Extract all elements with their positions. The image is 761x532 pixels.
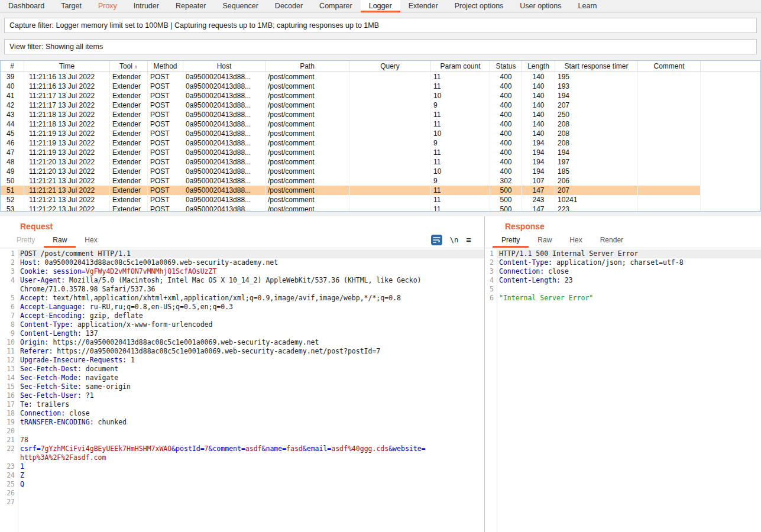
line-number: 23: [0, 462, 18, 471]
request-editor[interactable]: 1POST /post/comment HTTP/1.12Host: 0a950…: [0, 249, 484, 532]
cell-tool: Extender: [110, 176, 148, 186]
menu-tab-sequencer[interactable]: Sequencer: [214, 0, 266, 12]
cell-filler: [701, 138, 760, 148]
cell-num: 47: [1, 148, 24, 157]
cell-time: 11:21:17 13 Jul 2022: [24, 100, 110, 110]
cell-length: 107: [522, 176, 555, 186]
editor-line: 13Sec-Fetch-Dest: document: [0, 365, 484, 374]
menu-tab-logger[interactable]: Logger: [361, 0, 400, 12]
table-row[interactable]: 4611:21:19 13 Jul 2022ExtenderPOST0a9500…: [1, 138, 760, 148]
response-tab-render[interactable]: Render: [591, 234, 632, 248]
line-text: Z: [18, 471, 24, 480]
cell-filler: [701, 167, 760, 176]
response-tab-pretty[interactable]: Pretty: [493, 234, 529, 248]
table-row[interactable]: 4111:21:17 13 Jul 2022ExtenderPOST0a9500…: [1, 91, 760, 100]
column-header-host[interactable]: Host: [183, 61, 265, 72]
cell-status: 500: [490, 195, 522, 205]
line-number: [0, 285, 18, 294]
wrap-toggle-icon[interactable]: [431, 235, 442, 245]
table-row[interactable]: 4511:21:19 13 Jul 2022ExtenderPOST0a9500…: [1, 129, 760, 138]
column-header-method[interactable]: Method: [148, 61, 183, 72]
table-row[interactable]: 5211:21:21 13 Jul 2022ExtenderPOST0a9500…: [1, 195, 760, 205]
request-tab-pretty[interactable]: Pretty: [8, 234, 44, 248]
column-header-timer[interactable]: Start response timer: [555, 61, 638, 72]
cell-tool: Extender: [110, 167, 148, 176]
cell-host: 0a9500020413d88...: [183, 167, 265, 176]
table-row[interactable]: 3911:21:16 13 Jul 2022ExtenderPOST0a9500…: [1, 72, 760, 82]
menu-tab-project-options[interactable]: Project options: [446, 0, 512, 12]
table-row[interactable]: 4711:21:19 13 Jul 2022ExtenderPOST0a9500…: [1, 148, 760, 157]
response-tab-list: PrettyRawHexRender: [493, 234, 632, 248]
request-tab-hex[interactable]: Hex: [76, 234, 106, 248]
menu-tab-target[interactable]: Target: [53, 0, 90, 12]
table-row[interactable]: 5311:21:22 13 Jul 2022ExtenderPOST0a9500…: [1, 205, 760, 211]
column-header-length[interactable]: Length: [522, 61, 555, 72]
newline-chars-icon[interactable]: \n: [450, 236, 458, 244]
response-tab-raw[interactable]: Raw: [529, 234, 561, 248]
cell-status: 400: [490, 129, 522, 138]
response-editor[interactable]: 1HTTP/1.1 500 Internal Server Error2Cont…: [485, 249, 761, 532]
table-row[interactable]: 4211:21:17 13 Jul 2022ExtenderPOST0a9500…: [1, 100, 760, 110]
cell-comment: [638, 110, 701, 119]
column-header-path[interactable]: Path: [265, 61, 349, 72]
cell-method: POST: [148, 110, 183, 119]
table-row[interactable]: 5011:21:21 13 Jul 2022ExtenderPOST0a9500…: [1, 176, 760, 186]
column-header-query[interactable]: Query: [349, 61, 431, 72]
cell-timer: 206: [555, 176, 638, 186]
menu-tab-repeater[interactable]: Repeater: [167, 0, 214, 12]
cell-num: 53: [1, 205, 24, 211]
cell-comment: [638, 205, 701, 211]
cell-timer: 10241: [555, 195, 638, 205]
table-row[interactable]: 4411:21:18 13 Jul 2022ExtenderPOST0a9500…: [1, 119, 760, 129]
cell-length: 147: [522, 186, 555, 195]
cell-length: 140: [522, 129, 555, 138]
request-tab-raw[interactable]: Raw: [44, 234, 76, 248]
editor-line: 15Sec-Fetch-Site: same-origin: [0, 382, 484, 391]
menu-tab-comparer[interactable]: Comparer: [311, 0, 361, 12]
editor-line: 22csrf=7gYzhMCiFvi4gBEyUEEk7HmHSHM7xWAO&…: [0, 445, 484, 453]
cell-status: 400: [490, 119, 522, 129]
table-row[interactable]: 4011:21:16 13 Jul 2022ExtenderPOST0a9500…: [1, 82, 760, 91]
column-header-num[interactable]: #: [1, 61, 24, 72]
column-header-status[interactable]: Status: [490, 61, 522, 72]
cell-path: /post/comment: [265, 176, 349, 186]
menu-tab-intruder[interactable]: Intruder: [125, 0, 167, 12]
response-tab-hex[interactable]: Hex: [561, 234, 591, 248]
cell-query: [349, 91, 431, 100]
column-header-comment[interactable]: Comment: [638, 61, 701, 72]
cell-length: 140: [522, 110, 555, 119]
main-menubar: DashboardTargetProxyIntruderRepeaterSequ…: [0, 0, 761, 13]
table-row[interactable]: 4311:21:18 13 Jul 2022ExtenderPOST0a9500…: [1, 110, 760, 119]
menu-tab-decoder[interactable]: Decoder: [267, 0, 311, 12]
editor-line: 11Referer: https://0a9500020413d88ac08c5…: [0, 347, 484, 356]
capture-filter-bar[interactable]: Capture filter: Logger memory limit set …: [4, 18, 757, 33]
editor-line: Chrome/71.0.3578.98 Safari/537.36: [0, 285, 484, 294]
menu-tab-user-options[interactable]: User options: [511, 0, 569, 12]
cell-num: 49: [1, 167, 24, 176]
column-header-tool[interactable]: Tool ∧: [110, 61, 148, 72]
cell-num: 52: [1, 195, 24, 205]
menu-tab-dashboard[interactable]: Dashboard: [0, 0, 53, 12]
cell-host: 0a9500020413d88...: [183, 110, 265, 119]
column-header-params[interactable]: Param count: [431, 61, 490, 72]
menu-tab-proxy[interactable]: Proxy: [90, 0, 125, 12]
table-row[interactable]: 5111:21:21 13 Jul 2022ExtenderPOST0a9500…: [1, 186, 760, 195]
table-row[interactable]: 4811:21:20 13 Jul 2022ExtenderPOST0a9500…: [1, 157, 760, 167]
cell-host: 0a9500020413d88...: [183, 82, 265, 91]
cell-filler: [701, 100, 760, 110]
cell-comment: [638, 138, 701, 148]
cell-length: 140: [522, 119, 555, 129]
line-text: csrf=7gYzhMCiFvi4gBEyUEEk7HmHSHM7xWAO&po…: [18, 445, 426, 453]
cell-timer: 207: [555, 100, 638, 110]
menu-tab-learn[interactable]: Learn: [570, 0, 605, 12]
cell-timer: 194: [555, 91, 638, 100]
editor-menu-icon[interactable]: ≡: [466, 236, 471, 244]
column-header-time[interactable]: Time: [24, 61, 110, 72]
table-row[interactable]: 4911:21:20 13 Jul 2022ExtenderPOST0a9500…: [1, 167, 760, 176]
editor-line: 26: [0, 489, 484, 498]
cell-query: [349, 119, 431, 129]
view-filter-bar[interactable]: View filter: Showing all items: [4, 39, 757, 54]
menu-tab-extender[interactable]: Extender: [400, 0, 446, 12]
cell-tool: Extender: [110, 138, 148, 148]
cell-method: POST: [148, 119, 183, 129]
